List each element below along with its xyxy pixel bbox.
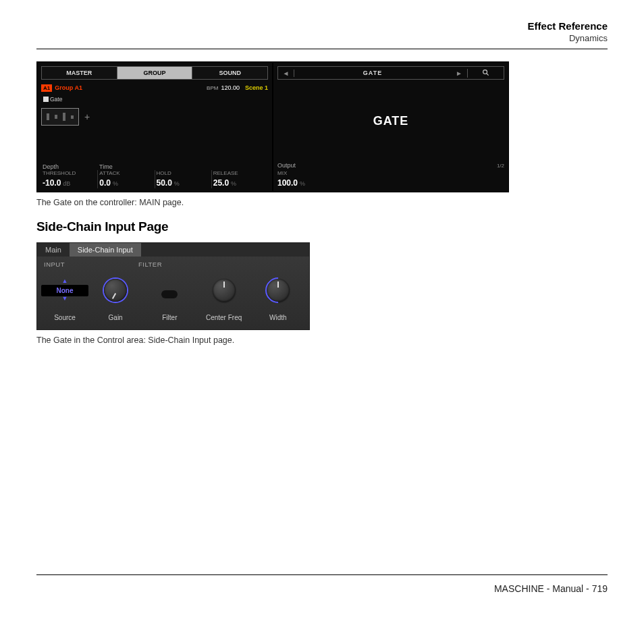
row-label-time: Time bbox=[98, 162, 155, 170]
controller-right-screen: ◄ GATE ► GATE Output 1/2 MIX 100.0% bbox=[273, 62, 508, 192]
add-slot-button[interactable]: + bbox=[84, 111, 90, 122]
svg-point-0 bbox=[483, 70, 487, 74]
search-icon[interactable] bbox=[467, 69, 504, 78]
controller-left-screen: MASTER GROUP SOUND A1 Group A1 BPM 120.0… bbox=[37, 62, 272, 192]
param-label-threshold: THRESHOLD bbox=[41, 170, 97, 176]
label-source: Source bbox=[41, 314, 88, 321]
group-badge: A1 bbox=[41, 84, 52, 92]
gain-knob[interactable] bbox=[88, 279, 142, 302]
label-gain: Gain bbox=[88, 314, 142, 321]
source-selector[interactable]: ▲ None ▼ bbox=[41, 279, 88, 302]
group-name: Group A1 bbox=[55, 84, 82, 91]
param-mix[interactable]: 100.0% bbox=[277, 176, 504, 188]
page-indicator: 1/2 bbox=[497, 163, 504, 169]
arrow-down-icon: ▼ bbox=[41, 296, 88, 301]
gate-title: GATE bbox=[273, 80, 508, 162]
sc-tab-main[interactable]: Main bbox=[37, 243, 70, 257]
param-label-attack: ATTACK bbox=[97, 170, 154, 176]
sidechain-caption: The Gate in the Control area: Side-Chain… bbox=[36, 336, 608, 345]
svg-line-1 bbox=[487, 73, 489, 75]
sc-header-input: INPUT bbox=[44, 261, 138, 268]
footer-rule bbox=[36, 574, 608, 575]
sc-header-filter: FILTER bbox=[138, 261, 302, 268]
sc-tab-sidechain[interactable]: Side-Chain Input bbox=[70, 243, 141, 257]
nav-prev-icon[interactable]: ◄ bbox=[278, 70, 294, 77]
nav-next-icon[interactable]: ► bbox=[451, 70, 467, 77]
tab-row: MASTER GROUP SOUND bbox=[41, 66, 268, 80]
param-attack[interactable]: 0.0% bbox=[97, 176, 154, 188]
tab-master[interactable]: MASTER bbox=[42, 67, 117, 79]
page-header-title: Effect Reference bbox=[36, 20, 608, 32]
magnifier-icon bbox=[482, 69, 489, 76]
centerfreq-knob[interactable] bbox=[197, 279, 251, 302]
bpm-label: BPM bbox=[207, 85, 218, 91]
param-label-hold: HOLD bbox=[155, 170, 211, 176]
effect-slot-gate[interactable] bbox=[41, 108, 79, 126]
nav-title: GATE bbox=[294, 70, 451, 76]
controller-screenshot: MASTER GROUP SOUND A1 Group A1 BPM 120.0… bbox=[36, 61, 509, 192]
section-heading: Side-Chain Input Page bbox=[36, 219, 608, 234]
source-value: None bbox=[41, 285, 88, 296]
bpm-value: 120.00 bbox=[221, 84, 240, 91]
page-footer: MASCHINE - Manual - 719 bbox=[36, 583, 608, 594]
arrow-up-icon: ▲ bbox=[41, 279, 88, 284]
sidechain-panel: Main Side-Chain Input INPUT FILTER ▲ Non… bbox=[36, 242, 310, 330]
width-knob[interactable] bbox=[251, 279, 305, 302]
controller-caption: The Gate on the controller: MAIN page. bbox=[36, 198, 608, 207]
label-filter: Filter bbox=[142, 314, 196, 321]
tab-group[interactable]: GROUP bbox=[117, 67, 193, 79]
slot-enable-icon bbox=[43, 97, 49, 102]
filter-switch[interactable] bbox=[142, 282, 196, 298]
row-label-depth: Depth bbox=[41, 162, 98, 170]
output-section-label: Output bbox=[277, 162, 497, 169]
param-threshold[interactable]: -10.0dB bbox=[41, 176, 97, 188]
scene-label: Scene 1 bbox=[245, 84, 268, 91]
param-hold[interactable]: 50.0% bbox=[155, 176, 211, 188]
mix-label: MIX bbox=[277, 170, 504, 176]
page-header-sub: Dynamics bbox=[36, 33, 608, 43]
tab-sound[interactable]: SOUND bbox=[192, 67, 267, 79]
slot-label: Gate bbox=[43, 96, 268, 103]
header-rule bbox=[36, 49, 608, 49]
param-release[interactable]: 25.0% bbox=[211, 176, 268, 188]
param-label-release: RELEASE bbox=[211, 170, 268, 176]
label-centerfreq: Center Freq bbox=[197, 314, 251, 321]
label-width: Width bbox=[251, 314, 305, 321]
